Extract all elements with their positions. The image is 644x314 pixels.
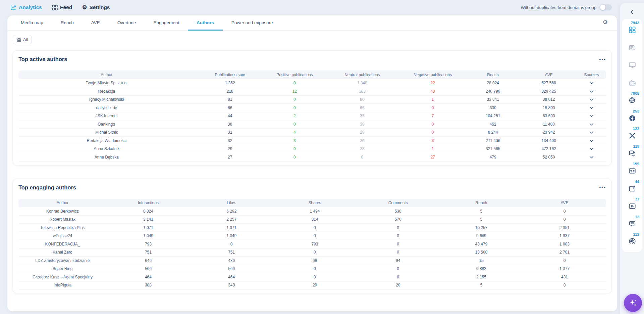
source-count-badge <box>639 38 642 43</box>
sources-filter-list: 79437008253122118195447713113 <box>622 19 642 252</box>
ellipsis-icon[interactable]: ••• <box>599 57 606 62</box>
value-cell: 479 <box>465 153 521 162</box>
grid-icon <box>628 26 637 34</box>
source-count-badge: 13 <box>635 215 642 220</box>
tab-engagement[interactable]: Engagement <box>145 15 188 31</box>
value-cell: 1 003 <box>523 240 606 249</box>
table-row: dailyblitz.de66066033019 800 <box>18 104 606 112</box>
filter-all-button[interactable]: All <box>13 35 32 44</box>
ai-assistant-fab[interactable] <box>624 294 642 312</box>
value-cell: 0 <box>265 120 324 129</box>
source-filter-facebook[interactable]: 253 <box>622 109 642 127</box>
value-cell: 80 <box>324 95 400 104</box>
collapse-rail-button[interactable] <box>620 8 644 16</box>
report-settings-icon[interactable]: ⚙ <box>603 19 608 26</box>
tab-overtone[interactable]: Overtone <box>109 15 145 31</box>
source-filter-podcasts[interactable]: 113 <box>622 232 642 250</box>
author-cell: Twoje-Miasto Sp. z o.o. <box>18 79 195 87</box>
value-cell: 0 <box>357 232 440 240</box>
value-cell: 63 600 <box>521 112 577 120</box>
tab-media-map[interactable]: Media map <box>12 15 52 31</box>
sources-rail: 79437008253122118195447713113 <box>620 3 644 314</box>
value-cell: 1 <box>400 95 465 104</box>
value-cell: 0 <box>273 224 356 232</box>
column-header: Comments <box>357 199 440 207</box>
value-cell: 1 362 <box>195 79 265 87</box>
ellipsis-icon[interactable]: ••• <box>599 185 606 190</box>
chevron-left-icon <box>630 10 634 14</box>
nav-item-analytics[interactable]: Analytics <box>10 4 42 11</box>
tab-authors[interactable]: Authors <box>188 15 223 31</box>
sources-expand-button[interactable] <box>577 153 606 162</box>
source-filter-comments[interactable]: 13 <box>622 215 642 232</box>
table-row: Ignacy Michałowski81080133 64138 012 <box>18 95 606 104</box>
table-row: Redakcja Wiadomości323263271 406134 400 <box>18 137 606 145</box>
source-filter-tv[interactable] <box>622 56 642 74</box>
sources-expand-button[interactable] <box>577 145 606 153</box>
source-filter-images[interactable]: 44 <box>622 179 642 197</box>
tab-reach[interactable]: Reach <box>52 15 83 31</box>
source-count-badge: 118 <box>633 144 642 149</box>
source-count-badge <box>639 56 642 61</box>
value-cell: 566 <box>107 265 190 273</box>
table-row: Michał Sitnik3242808 24423 942 <box>18 128 606 137</box>
source-filter-all-sources[interactable]: 7943 <box>622 20 642 38</box>
value-cell: 19 800 <box>521 104 577 112</box>
table-header-row: AuthorInteractionsLikesSharesCommentsRea… <box>18 199 606 207</box>
author-cell: KONFEDERACJA_ <box>18 240 107 249</box>
tab-power-and-exposure[interactable]: Power and exposure <box>223 15 282 31</box>
value-cell: 329 425 <box>521 87 577 96</box>
sources-expand-button[interactable] <box>577 137 606 145</box>
column-header: Author <box>18 199 107 207</box>
source-count-badge: 44 <box>635 179 642 184</box>
value-cell: 8 244 <box>465 128 521 137</box>
value-cell: 52 050 <box>521 153 577 162</box>
sources-expand-button[interactable] <box>577 95 606 104</box>
source-filter-press[interactable] <box>622 38 642 56</box>
sources-expand-button[interactable] <box>577 128 606 137</box>
table-row: Grzegorz Kusz – Agent Specjalny464464002… <box>18 273 606 281</box>
globe-icon <box>628 96 637 105</box>
source-filter-videos[interactable]: 77 <box>622 197 642 215</box>
page: AnalyticsFeed⚙Settings Without duplicate… <box>0 0 644 314</box>
column-header: AVE <box>521 71 577 79</box>
source-filter-x-twitter[interactable]: 122 <box>622 126 642 144</box>
value-cell: 793 <box>273 240 356 249</box>
source-filter-radio[interactable] <box>622 74 642 91</box>
duplicates-toggle-label: Without duplicates from domains group <box>521 5 596 10</box>
table-row: Redakcja2181216343240 790329 425 <box>18 87 606 96</box>
sources-expand-button[interactable] <box>577 112 606 120</box>
value-cell: 44 <box>195 112 265 120</box>
column-header: Interactions <box>107 199 190 207</box>
value-cell: 570 <box>357 215 440 224</box>
value-cell: 94 <box>357 257 440 265</box>
nav-item-label: Analytics <box>19 4 42 10</box>
value-cell: 0 <box>357 265 440 273</box>
table-row: Super Ring566566006 8831 377 <box>18 265 606 273</box>
facebook-icon <box>628 114 637 123</box>
value-cell: 452 <box>465 120 521 129</box>
duplicates-toggle[interactable] <box>600 4 612 10</box>
nav-item-settings[interactable]: ⚙Settings <box>82 4 110 10</box>
value-cell: 5 <box>440 281 523 289</box>
author-cell: Redakcja Wiadomości <box>18 137 195 145</box>
sources-expand-button[interactable] <box>577 79 606 87</box>
value-cell: 527 560 <box>521 79 577 87</box>
source-count-badge: 77 <box>635 197 642 202</box>
sources-expand-button[interactable] <box>577 104 606 112</box>
source-filter-articles[interactable]: 195 <box>622 162 642 179</box>
author-cell: Ignacy Michałowski <box>18 95 195 104</box>
value-cell: 646 <box>107 257 190 265</box>
value-cell: 0 <box>357 224 440 232</box>
source-filter-internet[interactable]: 7008 <box>622 91 642 109</box>
author-cell: LDZ Zmotoryzowani Łodzianie <box>18 257 107 265</box>
value-cell: 10 257 <box>440 224 523 232</box>
author-cell: Redakcja <box>18 87 195 96</box>
tab-ave[interactable]: AVE <box>83 15 109 31</box>
source-filter-social-chat[interactable]: 118 <box>622 144 642 162</box>
sources-expand-button[interactable] <box>577 87 606 96</box>
sources-expand-button[interactable] <box>577 120 606 129</box>
nav-item-feed[interactable]: Feed <box>52 4 72 10</box>
value-cell: 33 641 <box>465 95 521 104</box>
value-cell: 4 <box>265 128 324 137</box>
